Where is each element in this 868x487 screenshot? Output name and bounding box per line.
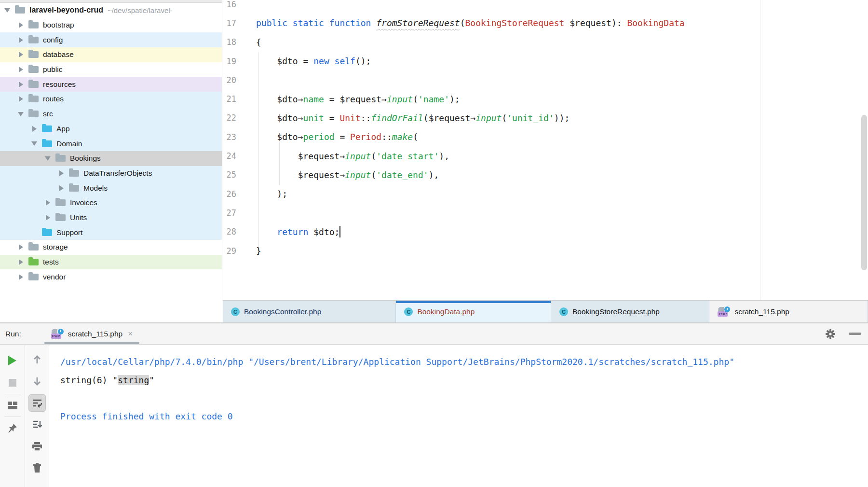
tree-item-vendor[interactable]: vendor [0, 269, 222, 284]
code-line-20[interactable]: 20 [223, 70, 868, 89]
line-number[interactable]: 26 [223, 189, 242, 199]
collapse-arrow-icon[interactable] [17, 112, 24, 116]
line-number[interactable]: 24 [223, 151, 242, 161]
close-icon[interactable]: × [128, 329, 133, 339]
tree-item-bookings[interactable]: Bookings [0, 151, 222, 166]
code-line-27[interactable]: 27 [223, 203, 868, 222]
line-number[interactable]: 19 [223, 56, 242, 66]
expand-arrow-icon[interactable] [58, 170, 65, 176]
expand-arrow-icon[interactable] [17, 82, 24, 87]
code-line-24[interactable]: 24 $request→input('date_start'), [223, 146, 868, 165]
code-line-28[interactable]: 28 return $dto; [223, 223, 868, 241]
line-number[interactable]: 20 [223, 75, 242, 85]
editor-scrollbar[interactable] [861, 115, 867, 270]
code-line-17[interactable]: 17public static function fromStoreReques… [223, 14, 868, 32]
project-tree-panel[interactable]: laravel-beyond-crud~/dev/spatie/laravel-… [0, 0, 222, 322]
run-tab-scratch[interactable]: PHP scratch_115.php × [44, 323, 139, 344]
down-stack-trace-icon[interactable] [28, 373, 46, 390]
expand-arrow-icon[interactable] [17, 244, 24, 250]
tree-item-app[interactable]: App [0, 122, 222, 137]
editor-tab-bar[interactable]: CBookingsController.phpCBookingData.phpC… [223, 300, 868, 322]
tree-item-label: tests [43, 258, 59, 266]
editor-tab-bookingscontroller-php[interactable]: CBookingsController.php [223, 301, 396, 322]
settings-gear-icon[interactable] [825, 328, 836, 340]
tree-item-bootstrap[interactable]: bootstrap [0, 18, 222, 33]
tab-label: BookingData.php [417, 307, 475, 316]
code-token: $dto = [256, 56, 313, 66]
tree-item-src[interactable]: src [0, 107, 222, 122]
code-line-23[interactable]: 23 $dto→period = Period::make( [223, 127, 868, 146]
folder-icon [28, 259, 39, 265]
code-line-22[interactable]: 22 $dto→unit = Unit::findOrFail($request… [223, 109, 868, 127]
up-stack-trace-icon[interactable] [28, 351, 46, 368]
tree-item-resources[interactable]: resources [0, 77, 222, 92]
expand-arrow-icon[interactable] [17, 37, 24, 43]
code-line-21[interactable]: 21 $dto→name = $request→input('name'); [223, 89, 868, 108]
code-line-25[interactable]: 25 $request→input('date_end'), [223, 166, 868, 184]
expand-arrow-icon[interactable] [44, 215, 51, 221]
code-editor[interactable]: 1617public static function fromStoreRequ… [223, 0, 868, 300]
project-tree[interactable]: laravel-beyond-crud~/dev/spatie/laravel-… [0, 3, 222, 284]
tree-item-tests[interactable]: tests [0, 255, 222, 270]
line-number[interactable]: 29 [223, 246, 242, 256]
scroll-to-end-icon[interactable] [28, 416, 46, 433]
editor-tab-bookingdata-php[interactable]: CBookingData.php [396, 301, 551, 322]
code-line-18[interactable]: 18{ [223, 33, 868, 52]
rerun-icon[interactable] [4, 352, 21, 369]
tree-item-domain[interactable]: Domain [0, 136, 222, 151]
expand-arrow-icon[interactable] [17, 52, 24, 57]
code-line-29[interactable]: 29} [223, 241, 868, 260]
expand-arrow-icon[interactable] [17, 22, 24, 28]
print-icon[interactable] [28, 438, 46, 455]
expand-arrow-icon[interactable] [58, 185, 65, 191]
clear-trash-icon[interactable] [28, 459, 46, 476]
console-line: /usr/local/Cellar/php/7.4.0/bin/php "/Us… [60, 353, 868, 371]
tree-item-units[interactable]: Units [0, 210, 222, 225]
line-number[interactable]: 22 [223, 113, 242, 123]
tree-item-routes[interactable]: routes [0, 92, 222, 107]
tree-item-support[interactable]: Support [0, 225, 222, 240]
line-number[interactable]: 23 [223, 132, 242, 142]
tree-item-datatransferobjects[interactable]: DataTransferObjects [0, 166, 222, 181]
restore-layout-icon[interactable] [4, 397, 21, 414]
line-number[interactable]: 16 [223, 0, 242, 9]
collapse-arrow-icon[interactable] [4, 8, 11, 13]
tree-item-public[interactable]: public [0, 62, 222, 77]
php-scratch-icon: PHP [718, 306, 730, 317]
tree-item-laravel-beyond-crud[interactable]: laravel-beyond-crud~/dev/spatie/laravel- [0, 3, 222, 18]
expand-arrow-icon[interactable] [17, 96, 24, 102]
hide-panel-icon[interactable] [849, 333, 861, 335]
expand-arrow-icon[interactable] [31, 126, 38, 132]
collapse-arrow-icon[interactable] [44, 156, 51, 161]
code-line-16[interactable]: 16 [223, 0, 868, 14]
line-number[interactable]: 18 [223, 37, 242, 47]
tree-item-invoices[interactable]: Invoices [0, 195, 222, 210]
run-console[interactable]: /usr/local/Cellar/php/7.4.0/bin/php "/Us… [50, 345, 868, 487]
line-number[interactable]: 17 [223, 18, 242, 28]
code-line-26[interactable]: 26 ); [223, 184, 868, 203]
stop-icon[interactable] [4, 374, 21, 391]
line-number[interactable]: 28 [223, 227, 242, 237]
text-caret [339, 226, 340, 237]
expand-arrow-icon[interactable] [44, 200, 51, 206]
soft-wrap-icon[interactable] [28, 394, 46, 412]
editor-pane[interactable]: 1617public static function fromStoreRequ… [223, 0, 868, 322]
code-text: $dto→unit = Unit::findOrFail($request→in… [242, 113, 570, 123]
tree-item-database[interactable]: database [0, 47, 222, 62]
editor-tab-scratch-115-php[interactable]: PHPscratch_115.php [709, 301, 868, 322]
code-line-19[interactable]: 19 $dto = new self(); [223, 52, 868, 70]
tree-item-label: public [43, 65, 63, 74]
editor-tab-bookingstorerequest-php[interactable]: CBookingStoreRequest.php [551, 301, 710, 322]
line-number[interactable]: 25 [223, 170, 242, 180]
pin-icon[interactable] [4, 419, 21, 437]
expand-arrow-icon[interactable] [17, 67, 24, 72]
collapse-arrow-icon[interactable] [31, 141, 38, 146]
expand-arrow-icon[interactable] [17, 259, 24, 265]
expand-arrow-icon[interactable] [17, 274, 24, 280]
tree-item-config[interactable]: config [0, 32, 222, 47]
line-number[interactable]: 27 [223, 208, 242, 218]
active-tab-indicator [396, 301, 551, 303]
tree-item-models[interactable]: Models [0, 181, 222, 195]
line-number[interactable]: 21 [223, 94, 242, 104]
tree-item-storage[interactable]: storage [0, 240, 222, 255]
